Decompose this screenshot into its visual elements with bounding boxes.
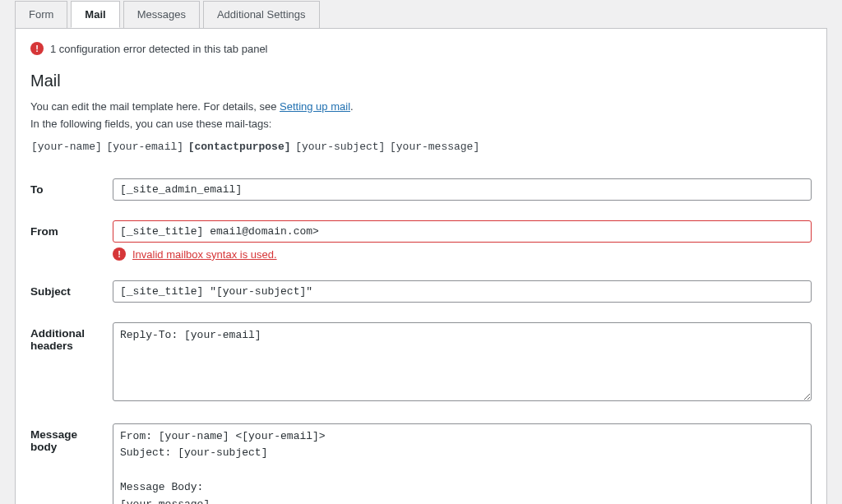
subject-label: Subject: [30, 280, 113, 322]
link-setting-up-mail[interactable]: Setting up mail: [280, 100, 350, 113]
mailtag-your-message[interactable]: [your-message]: [389, 141, 480, 153]
intro-line-2: In the following fields, you can use the…: [30, 116, 812, 133]
mailtags-list: [your-name] [your-email] [contactpurpose…: [30, 133, 812, 164]
alert-text: 1 configuration error detected in this t…: [50, 43, 268, 55]
from-field[interactable]: [113, 220, 812, 243]
from-field-error: ! Invalid mailbox syntax is used.: [113, 247, 812, 261]
tab-additional-settings[interactable]: Additional Settings: [203, 1, 320, 28]
mail-fields-table: To From ! Invalid mailbox syntax is used…: [30, 178, 812, 504]
message-body-label: Message body: [30, 423, 113, 504]
to-field[interactable]: [113, 178, 812, 201]
config-error-alert: ! 1 configuration error detected in this…: [30, 40, 812, 67]
mailtag-your-email[interactable]: [your-email]: [105, 141, 184, 153]
subject-field[interactable]: [113, 280, 812, 303]
from-label: From: [30, 220, 113, 280]
intro-block: You can edit the mail template here. For…: [30, 99, 812, 164]
mailtag-your-name[interactable]: [your-name]: [30, 141, 103, 153]
error-icon: !: [30, 42, 44, 55]
tab-mail[interactable]: Mail: [71, 1, 119, 28]
section-title: Mail: [30, 72, 812, 90]
additional-headers-field[interactable]: [113, 322, 812, 400]
mail-panel: ! 1 configuration error detected in this…: [15, 28, 827, 504]
tab-messages[interactable]: Messages: [123, 1, 200, 28]
mailtag-your-subject[interactable]: [your-subject]: [294, 141, 386, 153]
additional-headers-label: Additional headers: [30, 322, 113, 423]
from-error-link[interactable]: Invalid mailbox syntax is used.: [132, 248, 277, 261]
message-body-field[interactable]: [113, 423, 812, 504]
to-label: To: [30, 178, 113, 220]
tab-form[interactable]: Form: [15, 1, 67, 28]
error-icon: !: [113, 247, 126, 261]
mailtag-contactpurpose[interactable]: [contactpurpose]: [187, 141, 292, 153]
tabs-nav: Form Mail Messages Additional Settings: [15, 1, 827, 29]
intro-line-1: You can edit the mail template here. For…: [30, 99, 812, 116]
